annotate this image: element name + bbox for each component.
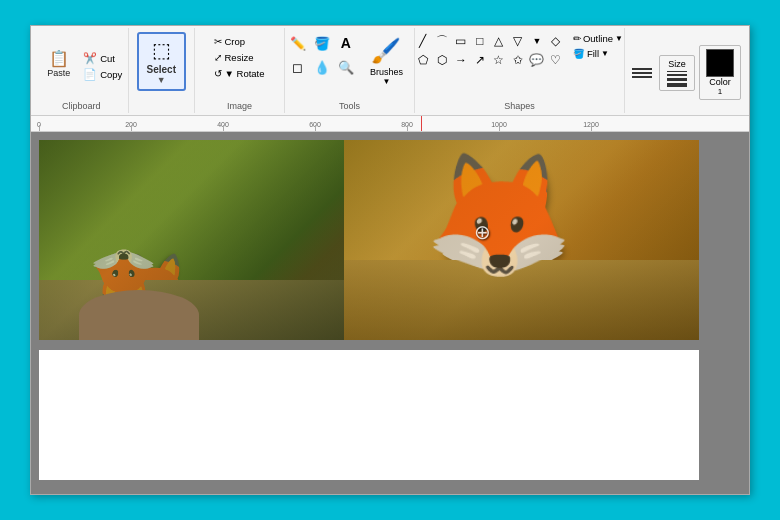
eraser-tool-button[interactable]: ◻ [287,56,309,78]
color-button[interactable]: Color 1 [699,45,741,100]
warm-overlay [344,140,699,340]
resize-label: Resize [224,52,253,63]
diamond-shape[interactable]: ◇ [547,32,565,50]
color-swatch [706,49,734,77]
ribbon: 📋 Paste ✂️ Cut 📄 Copy Clipboard [31,26,749,116]
fox-images-container: 🦊 🦊 ⊕ [39,140,699,340]
size-color-group: Size Color 1 [625,28,745,113]
cut-copy-group: ✂️ Cut 📄 Copy [81,51,124,82]
rect-outline-shape[interactable]: □ [471,32,489,50]
star-shape[interactable]: ☆ [490,51,508,69]
curve-shape[interactable]: ⌒ [433,32,451,50]
size-line3 [667,78,687,81]
ruler-tick-600 [315,125,316,131]
magnify-tool-button[interactable]: 🔍 [335,56,357,78]
crop-label: Crop [224,36,245,47]
outline-fill-controls: ✏ Outline ▼ 🪣 Fill ▼ [571,32,625,60]
select-group: ⬚ Select ▼ . [129,28,195,113]
size-line2 [667,74,687,76]
image-buttons-row1: ✂ Crop [210,34,268,49]
text-tool-button[interactable]: A [335,32,357,54]
fill-button[interactable]: 🪣 Fill ▼ [571,47,625,60]
image-group: ✂ Crop ⤢ Resize ↺ ▼ Rotate [195,28,285,113]
callout-shape[interactable]: 💬 [528,51,546,69]
hamburger-line1 [632,68,652,70]
ruler-tick-800 [407,125,408,131]
cut-label: Cut [100,53,115,64]
brushes-button[interactable]: 🖌️ Brushes ▼ [361,32,412,91]
image-buttons-row3: ↺ ▼ Rotate [210,66,268,81]
crop-button[interactable]: ✂ Crop [210,34,249,49]
heart-shape[interactable]: ♡ [547,51,565,69]
star5-shape[interactable]: ✩ [509,51,527,69]
canvas-paper-bottom [39,350,699,480]
rect-shape[interactable]: ▭ [452,32,470,50]
size-label: Size [668,59,686,69]
fox-sleeping-image: 🦊 [39,140,344,340]
hexagon-shape[interactable]: ⬡ [433,51,451,69]
outline-dropdown: ▼ [615,34,623,43]
resize-button[interactable]: ⤢ Resize [210,50,257,65]
color-number: 1 [718,87,722,96]
ruler-tick-1200 [591,125,592,131]
copy-icon: 📄 [83,68,97,81]
shapes-group: ╱ ⌒ ▭ □ △ ▽ ▼ ◇ ⬠ ⬡ → ↗ ☆ ✩ 💬 ♡ [415,28,625,113]
rotate-button[interactable]: ↺ ▼ Rotate [210,66,268,81]
more-shapes[interactable]: ▼ [528,32,546,50]
tools-label: Tools [339,99,360,111]
triangle2-shape[interactable]: ▽ [509,32,527,50]
foliage-overlay [39,140,344,340]
ruler-tick-200 [131,125,132,131]
pentagon-shape[interactable]: ⬠ [414,51,432,69]
paste-button[interactable]: 📋 Paste [38,46,79,83]
line-shape[interactable]: ╱ [414,32,432,50]
outline-icon: ✏ [573,33,581,44]
paste-label: Paste [47,68,70,78]
hamburger-line2 [632,72,652,74]
image-label: Image [227,99,252,111]
ruler-tick-400 [223,125,224,131]
brushes-label: Brushes [370,67,403,77]
ruler-tick-0 [39,125,40,131]
size-button[interactable]: Size [659,55,695,91]
eyedropper-tool-button[interactable]: 💧 [311,56,333,78]
paste-icon: 📋 [49,51,69,67]
size-line1 [667,71,687,72]
pencil-tool-button[interactable]: ✏️ [287,32,309,54]
hamburger-menu[interactable] [629,65,655,81]
outline-button[interactable]: ✏ Outline ▼ [571,32,625,45]
arrow-shape[interactable]: → [452,51,470,69]
tools-group: ✏️ 🪣 A ◻ 💧 🔍 🖌️ Brushes ▼ [285,28,415,113]
rotate-icon: ↺ [214,68,222,79]
ruler-tick-1000 [499,125,500,131]
fox-portrait-image: 🦊 ⊕ [344,140,699,340]
fill-icon: 🪣 [573,48,585,59]
select-button[interactable]: ⬚ Select ▼ [137,32,186,91]
clipboard-group: 📋 Paste ✂️ Cut 📄 Copy Clipboard [35,28,129,113]
crop-icon: ✂ [214,36,222,47]
copy-button[interactable]: 📄 Copy [81,67,124,82]
cut-button[interactable]: ✂️ Cut [81,51,124,66]
arrow2-shape[interactable]: ↗ [471,51,489,69]
select-label: Select [147,64,176,75]
brushes-dropdown: ▼ [382,77,390,86]
copy-label: Copy [100,69,122,80]
brushes-icon: 🖌️ [371,37,401,65]
paint-window: 📋 Paste ✂️ Cut 📄 Copy Clipboard [30,25,750,495]
canvas-area[interactable]: 🦊 🦊 ⊕ [31,132,749,494]
triangle-shape[interactable]: △ [490,32,508,50]
select-icon: ⬚ [152,38,171,62]
rotate-label: ▼ Rotate [224,68,264,79]
ruler: 0 200 400 600 800 1000 1200 [31,116,749,132]
fill-tool-button[interactable]: 🪣 [311,32,333,54]
resize-icon: ⤢ [214,52,222,63]
size-line4 [667,83,687,87]
shapes-grid: ╱ ⌒ ▭ □ △ ▽ ▼ ◇ ⬠ ⬡ → ↗ ☆ ✩ 💬 ♡ [414,32,565,69]
hamburger-line3 [632,76,652,78]
outline-label: Outline [583,33,613,44]
image-buttons-row2: ⤢ Resize [210,50,268,65]
ruler-cursor [421,116,422,131]
shapes-label: Shapes [504,99,535,111]
color-label: Color [709,77,731,87]
clipboard-buttons: 📋 Paste ✂️ Cut 📄 Copy [38,30,124,99]
